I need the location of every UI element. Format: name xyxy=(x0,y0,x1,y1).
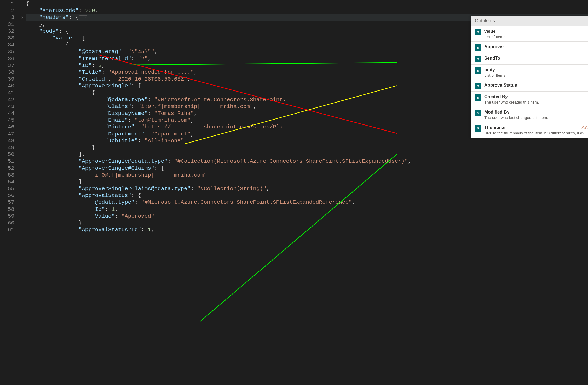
fold-indicator[interactable] xyxy=(20,124,25,131)
dynamic-item-title: value xyxy=(484,29,584,34)
dynamic-item-subtitle: The user who last changed this item. xyxy=(484,115,584,120)
fold-indicator[interactable] xyxy=(20,165,25,172)
code-line[interactable]: ], xyxy=(26,179,588,185)
fold-indicator[interactable] xyxy=(20,76,25,83)
line-number: 51 xyxy=(0,158,14,165)
line-number: 44 xyxy=(0,110,14,117)
fold-indicator[interactable] xyxy=(20,97,25,103)
dynamic-content-item[interactable]: SCreated ByThe user who created this ite… xyxy=(471,92,588,107)
fold-indicator[interactable] xyxy=(20,103,25,110)
fold-indicator[interactable] xyxy=(20,192,25,199)
line-number: 41 xyxy=(0,89,14,96)
code-line[interactable]: }, xyxy=(26,220,588,227)
dynamic-content-item[interactable]: SSendTo xyxy=(471,53,588,65)
code-line[interactable]: { xyxy=(26,1,588,7)
code-line[interactable]: "ApprovalStatus#Id": 1, xyxy=(26,227,588,233)
fold-indicator[interactable] xyxy=(20,172,25,179)
line-number: 35 xyxy=(0,48,14,55)
fold-indicator[interactable] xyxy=(20,7,25,14)
dynamic-content-item[interactable]: SModified ByThe user who last changed th… xyxy=(471,107,588,122)
fold-indicator[interactable] xyxy=(20,55,25,62)
line-number: 2 xyxy=(0,7,14,14)
fold-indicator[interactable] xyxy=(20,138,25,144)
dynamic-content-item[interactable]: SvalueList of Items xyxy=(471,26,588,42)
fold-indicator[interactable] xyxy=(20,42,25,48)
dynamic-item-title: Thumbnail xyxy=(484,125,584,131)
line-number: 34 xyxy=(0,42,14,48)
fold-indicator[interactable] xyxy=(20,62,25,69)
sharepoint-icon: S xyxy=(475,44,481,51)
fold-indicator[interactable] xyxy=(20,131,25,138)
code-line[interactable]: "@odata.type": "#Microsoft.Azure.Connect… xyxy=(26,199,588,206)
sharepoint-icon: S xyxy=(475,29,481,35)
dynamic-item-title: ApprovalStatus xyxy=(484,82,584,88)
code-line[interactable]: "ApprovalStatus": { xyxy=(26,192,588,199)
line-number: 56 xyxy=(0,192,14,199)
fold-indicator[interactable] xyxy=(20,48,25,55)
fold-indicator[interactable] xyxy=(20,151,25,158)
fold-indicator[interactable] xyxy=(20,110,25,117)
fold-indicator[interactable] xyxy=(20,185,25,192)
fold-indicator[interactable] xyxy=(20,220,25,227)
fold-indicator[interactable] xyxy=(20,144,25,151)
line-number: 54 xyxy=(0,179,14,185)
dynamic-item-subtitle: The user who created this item. xyxy=(484,100,584,105)
dynamic-content-item[interactable]: SApprovalStatus xyxy=(471,80,588,92)
sharepoint-icon: S xyxy=(475,56,481,62)
line-number: 38 xyxy=(0,69,14,76)
code-line[interactable]: "i:0#.f|membership| mriha.com" xyxy=(26,172,588,179)
fold-column[interactable]: › xyxy=(20,0,25,385)
line-number: 31 xyxy=(0,21,14,28)
fold-indicator[interactable] xyxy=(20,35,25,42)
dynamic-content-item[interactable]: SbodyList of Items xyxy=(471,65,588,80)
collapsed-region-icon[interactable]: ··· xyxy=(79,15,87,20)
line-number: 32 xyxy=(0,28,14,35)
sharepoint-icon: S xyxy=(475,110,481,116)
fold-indicator[interactable] xyxy=(20,206,25,213)
dynamic-item-title: SendTo xyxy=(484,55,584,61)
line-number: 57 xyxy=(0,199,14,206)
text-cursor xyxy=(46,21,46,27)
line-number: 48 xyxy=(0,138,14,144)
dynamic-item-title: body xyxy=(484,67,584,73)
fold-indicator[interactable] xyxy=(20,21,25,28)
code-line[interactable]: } xyxy=(26,144,588,151)
fold-indicator[interactable] xyxy=(20,83,25,89)
fold-indicator[interactable] xyxy=(20,89,25,96)
dynamic-item-title: Approver xyxy=(484,44,584,50)
dynamic-item-title: Created By xyxy=(484,94,584,100)
code-line[interactable]: "ApproverSingle#Claims": [ xyxy=(26,165,588,172)
fold-indicator[interactable] xyxy=(20,179,25,185)
line-number: 58 xyxy=(0,206,14,213)
fold-indicator[interactable] xyxy=(20,158,25,165)
dynamic-content-list[interactable]: SvalueList of ItemsSApproverSSendToSbody… xyxy=(471,26,588,138)
fold-indicator[interactable] xyxy=(20,117,25,124)
dynamic-item-subtitle: List of Items xyxy=(484,34,584,39)
line-number: 37 xyxy=(0,62,14,69)
code-line[interactable]: "Value": "Approved" xyxy=(26,213,588,220)
dynamic-content-panel: Get items SvalueList of ItemsSApproverSS… xyxy=(471,16,588,138)
code-line[interactable]: "statusCode": 200, xyxy=(26,7,588,14)
code-line[interactable]: "ApproverSingle#Claims@odata.type": "#Co… xyxy=(26,185,588,192)
dynamic-content-item[interactable]: SApprover xyxy=(471,42,588,53)
code-line[interactable]: ], xyxy=(26,151,588,158)
line-number: 45 xyxy=(0,117,14,124)
code-line[interactable]: "JobTitle": "All-in-one" xyxy=(26,138,588,144)
fold-indicator[interactable] xyxy=(20,227,25,233)
dynamic-content-item[interactable]: SThumbnailURL to the thumbnails of the i… xyxy=(471,122,588,138)
code-line[interactable]: "ApproverSingle@odata.type": "#Collectio… xyxy=(26,158,588,165)
dynamic-item-title: Modified By xyxy=(484,109,584,115)
fold-indicator[interactable] xyxy=(20,28,25,35)
line-number: 61 xyxy=(0,227,14,233)
dynamic-item-subtitle: URL to the thumbnails of the item in 3 d… xyxy=(484,131,584,135)
fold-indicator[interactable]: › xyxy=(20,14,25,21)
line-number: 43 xyxy=(0,103,14,110)
fold-indicator[interactable] xyxy=(20,213,25,220)
sharepoint-icon: S xyxy=(475,94,481,101)
code-line[interactable]: "Id": 1, xyxy=(26,206,588,213)
fold-indicator[interactable] xyxy=(20,69,25,76)
line-number: 49 xyxy=(0,144,14,151)
line-number: 47 xyxy=(0,131,14,138)
fold-indicator[interactable] xyxy=(20,1,25,7)
fold-indicator[interactable] xyxy=(20,199,25,206)
